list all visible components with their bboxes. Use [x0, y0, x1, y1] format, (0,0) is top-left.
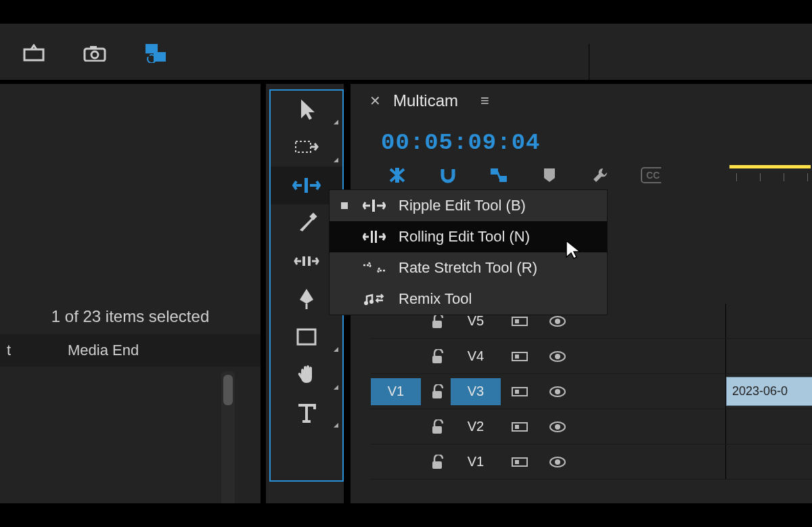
track-select-tool[interactable]	[271, 129, 342, 166]
svg-point-37	[555, 424, 560, 430]
export-frame-icon[interactable]	[20, 43, 47, 63]
flyout-caret-icon	[334, 385, 338, 390]
captions-icon[interactable]: CC	[641, 165, 661, 185]
track-target[interactable]: V3	[451, 378, 501, 405]
source-patch[interactable]: V1	[371, 378, 421, 405]
letterbox-bottom	[0, 503, 812, 527]
col-media-start[interactable]: t	[7, 342, 68, 359]
check-icon	[339, 231, 350, 242]
lock-toggle-icon[interactable]	[424, 384, 451, 399]
letterbox-top	[0, 0, 812, 24]
clip[interactable]: 2023-06-0	[726, 377, 812, 406]
track-content[interactable]: 2023-06-0	[725, 374, 812, 409]
flyout-label: Rate Stretch Tool (R)	[399, 259, 537, 277]
toggle-output-icon[interactable]	[539, 386, 577, 398]
check-icon	[339, 262, 350, 273]
svg-text:CC: CC	[646, 170, 660, 181]
toggle-output-icon[interactable]	[539, 456, 577, 468]
flyout-item-rate[interactable]: Rate Stretch Tool (R)	[330, 252, 607, 283]
svg-point-2	[91, 51, 98, 58]
lock-toggle-icon[interactable]	[424, 349, 451, 364]
toggle-output-icon[interactable]	[539, 350, 577, 363]
svg-rect-40	[515, 460, 519, 464]
col-media-end[interactable]: Media End	[68, 342, 139, 359]
svg-point-32	[555, 389, 560, 394]
track-target[interactable]: V2	[451, 413, 501, 440]
selection-status: 1 of 23 items selected	[0, 307, 261, 326]
hand-tool[interactable]	[271, 356, 342, 394]
close-tab-icon[interactable]: ✕	[369, 93, 381, 109]
track-target[interactable]: V4	[451, 343, 501, 370]
sync-lock-icon[interactable]	[501, 420, 539, 434]
remix-icon	[362, 291, 386, 307]
track-content[interactable]	[725, 304, 812, 338]
toggle-output-icon[interactable]	[539, 315, 577, 327]
flyout-label: Rolling Edit Tool (N)	[399, 228, 530, 246]
flyout-label: Ripple Edit Tool (B)	[399, 197, 526, 214]
svg-point-27	[555, 354, 560, 359]
svg-rect-38	[432, 461, 442, 469]
lock-toggle-icon[interactable]	[424, 419, 451, 434]
track-content[interactable]	[725, 409, 812, 444]
scrollbar-thumb[interactable]	[223, 375, 233, 405]
panel-menu-icon[interactable]: ≡	[480, 92, 489, 110]
timeline-options-row: CC	[387, 165, 661, 185]
svg-rect-24	[512, 352, 527, 361]
svg-rect-23	[432, 356, 442, 363]
svg-rect-28	[432, 391, 442, 398]
selection-tool[interactable]	[271, 91, 342, 129]
flyout-item-ripple[interactable]: Ripple Edit Tool (B)	[330, 190, 607, 221]
svg-rect-43	[372, 200, 375, 212]
sync-lock-icon[interactable]	[501, 385, 539, 398]
source-patch[interactable]	[371, 343, 421, 370]
linked-selection-icon[interactable]	[489, 165, 509, 185]
flyout-caret-icon	[334, 423, 338, 428]
sync-lock-icon[interactable]	[501, 455, 539, 469]
source-patch[interactable]	[371, 413, 421, 440]
svg-point-42	[555, 459, 560, 465]
lock-toggle-icon[interactable]	[424, 455, 451, 469]
svg-rect-12	[298, 329, 315, 344]
sequence-title[interactable]: Multicam	[393, 91, 458, 110]
svg-rect-39	[512, 458, 527, 466]
rolling-icon	[362, 229, 386, 244]
sync-lock-icon[interactable]	[501, 350, 539, 363]
svg-rect-10	[308, 256, 311, 266]
svg-rect-34	[512, 423, 527, 431]
source-patch[interactable]	[371, 449, 421, 476]
sync-lock-icon[interactable]	[501, 315, 539, 328]
svg-rect-35	[515, 425, 519, 429]
project-panel: 1 of 23 items selected t Media End	[0, 84, 261, 503]
work-area-bar[interactable]	[729, 165, 811, 168]
check-icon	[339, 200, 350, 211]
svg-rect-20	[515, 319, 519, 323]
rectangle-tool[interactable]	[271, 318, 342, 356]
flyout-item-remix[interactable]: Remix Tool	[330, 283, 607, 315]
marker-icon[interactable]	[539, 165, 560, 185]
svg-rect-15	[499, 176, 507, 182]
track-row-v3: V1V32023-06-0	[371, 374, 812, 409]
lock-toggle-icon[interactable]	[424, 314, 451, 329]
track-target[interactable]: V1	[451, 449, 501, 476]
flyout-item-rolling[interactable]: Rolling Edit Tool (N)	[330, 221, 607, 252]
comparison-view-icon[interactable]	[142, 43, 169, 63]
playhead-timecode[interactable]: 00:05:09:04	[381, 130, 540, 156]
svg-point-46	[364, 301, 368, 305]
track-content[interactable]	[725, 444, 812, 479]
settings-wrench-icon[interactable]	[590, 165, 610, 185]
svg-rect-33	[432, 426, 442, 434]
type-tool[interactable]	[271, 394, 342, 432]
timeline-ruler[interactable]	[729, 165, 812, 185]
snap-icon[interactable]	[438, 165, 458, 185]
svg-rect-3	[90, 46, 97, 49]
toolbar-divider	[589, 44, 589, 81]
track-content[interactable]	[725, 339, 812, 373]
camera-icon[interactable]	[81, 43, 108, 63]
svg-rect-14	[491, 168, 498, 175]
toggle-output-icon[interactable]	[539, 421, 577, 433]
insert-overwrite-icon[interactable]	[387, 165, 407, 185]
svg-rect-6	[296, 141, 311, 152]
edit-tool-flyout: Ripple Edit Tool (B)Rolling Edit Tool (N…	[329, 189, 608, 315]
panel-divider-v1[interactable]	[261, 84, 266, 503]
flyout-caret-icon	[334, 347, 338, 352]
